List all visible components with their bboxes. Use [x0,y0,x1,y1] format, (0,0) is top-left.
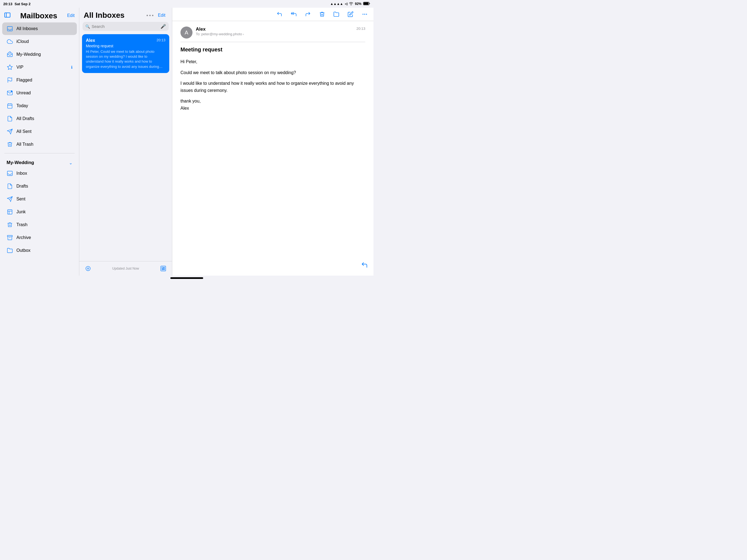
svg-point-8 [11,91,12,92]
svg-rect-29 [162,269,163,270]
to-label: To: [196,32,200,36]
sidebar-label-mw-archive: Archive [17,235,73,240]
sent-icon [6,128,13,135]
mw-inbox-icon [6,170,13,177]
email-detail-timestamp: 20:13 [356,27,365,31]
to-chevron-icon[interactable]: › [243,32,244,36]
email-list-preview: Hi Peter, Could we meet to talk about ph… [86,49,165,69]
svg-rect-15 [7,171,12,176]
sidebar-item-all-sent[interactable]: All Sent [2,125,77,138]
three-dots-icon[interactable] [147,15,153,16]
mw-sent-icon [6,196,13,202]
email-detail-body: A Alex To: peter@my-wedding.photo › 20:1… [172,21,374,276]
tray-icon [6,51,13,58]
sender-name: Alex [196,27,356,32]
date: Sat Sep 2 [15,2,31,6]
update-status: Updated Just Now [93,266,159,271]
sidebar-label-icloud: iCloud [17,39,73,44]
sidebar-item-unread[interactable]: Unread [2,87,77,99]
email-detail-subject: Meeting request [180,47,365,53]
svg-rect-5 [7,53,12,57]
search-bar[interactable]: 🔍 🎤 [83,22,169,31]
sidebar-label-mw-drafts: Drafts [17,184,73,189]
sender-to-address: To: peter@my-wedding.photo › [196,32,356,36]
sidebar-item-mw-sent[interactable]: Sent [2,193,77,205]
sidebar-label-all-drafts: All Drafts [17,116,73,121]
move-button[interactable] [332,10,341,19]
sidebar-item-mw-outbox[interactable]: Outbox [2,244,77,257]
sidebar-item-my-wedding[interactable]: My-Wedding [2,48,77,61]
right-pane: A Alex To: peter@my-wedding.photo › 20:1… [172,8,374,276]
body-paragraph-2: Could we meet to talk about photo sessio… [180,69,365,76]
calendar-icon [6,103,13,109]
time: 20:13 [3,2,12,6]
email-list-time: 20:13 [156,38,165,42]
sidebar-label-today: Today [17,103,73,108]
chevron-down-icon[interactable]: ⌄ [69,160,73,166]
sidebar-item-all-inboxes[interactable]: All Inboxes [2,22,77,35]
sidebar-item-all-drafts[interactable]: All Drafts [2,112,77,125]
mw-drafts-icon [6,183,13,189]
svg-point-32 [366,14,367,15]
svg-rect-21 [7,235,12,237]
wifi-icon [349,2,353,6]
sidebar-label-all-sent: All Sent [17,129,73,134]
sidebar-label-flagged: Flagged [17,78,73,82]
reply-button[interactable] [275,10,284,19]
sidebar-toggle-button[interactable] [4,12,10,19]
sidebar-title: Mailboxes [20,11,57,20]
email-list-item[interactable]: Alex 20:13 Meeting request Hi Peter, Cou… [82,34,169,73]
svg-rect-1 [364,2,369,5]
sidebar-item-vip[interactable]: VIP ℹ [2,61,77,74]
compose-button[interactable] [346,10,355,19]
middle-edit-button[interactable]: Edit [156,12,168,19]
middle-pane: All Inboxes Edit 🔍 🎤 Alex 20:13 Meeting … [79,8,172,276]
sidebar-item-icloud[interactable]: iCloud [2,35,77,48]
sidebar-item-mw-junk[interactable]: Junk [2,206,77,218]
sidebar-edit-button[interactable]: Edit [67,13,75,18]
search-input[interactable] [92,24,159,29]
email-sender-name: Alex [86,38,95,43]
sender-info: Alex To: peter@my-wedding.photo › [196,27,356,36]
compose-small-button[interactable] [159,264,168,273]
mw-trash-icon [6,222,13,228]
sidebar-item-mw-inbox[interactable]: Inbox [2,167,77,180]
status-bar: 20:13 Sat Sep 2 ▲▲▲▲ ◁ 92% [0,0,374,8]
more-button[interactable] [360,10,369,19]
sidebar: Mailboxes Edit All Inboxes iCloud [0,8,79,276]
reply-all-button[interactable] [289,10,298,19]
email-list-subject: Meeting request [86,44,165,48]
junk-icon [6,209,13,215]
star-icon [6,64,13,71]
microphone-icon[interactable]: 🎤 [160,24,166,29]
to-address: peter@my-wedding.photo [201,32,242,36]
vip-info-badge[interactable]: ℹ [71,65,73,70]
filter-icon-button[interactable] [84,264,93,273]
sidebar-item-today[interactable]: Today [2,100,77,112]
svg-rect-9 [8,104,12,108]
location-icon: ◁ [345,2,347,6]
middle-pane-header: All Inboxes Edit [79,8,172,22]
sidebar-label-vip: VIP [17,65,68,70]
reply-floating-button[interactable] [361,261,368,270]
sidebar-label-mw-inbox: Inbox [17,171,73,176]
my-wedding-section-title: My-Wedding [6,160,34,166]
unread-icon [6,90,13,96]
my-wedding-section-header: My-Wedding ⌄ [0,156,79,167]
sidebar-item-all-trash[interactable]: All Trash [2,138,77,151]
sidebar-item-mw-archive[interactable]: Archive [2,231,77,244]
sidebar-item-flagged[interactable]: Flagged [2,74,77,86]
sidebar-item-mw-trash[interactable]: Trash [2,219,77,231]
home-indicator [170,277,203,279]
middle-pane-title: All Inboxes [84,11,124,20]
sidebar-label-mw-sent: Sent [17,197,73,202]
avatar: A [180,27,192,39]
body-paragraph-1: Hi Peter, [180,58,365,65]
svg-rect-2 [5,13,10,17]
forward-button[interactable] [304,10,312,19]
flag-icon [6,77,13,83]
sidebar-label-mw-outbox: Outbox [17,248,73,253]
middle-pane-bottom-bar: Updated Just Now [79,261,172,276]
delete-button[interactable] [318,10,327,19]
sidebar-item-mw-drafts[interactable]: Drafts [2,180,77,193]
